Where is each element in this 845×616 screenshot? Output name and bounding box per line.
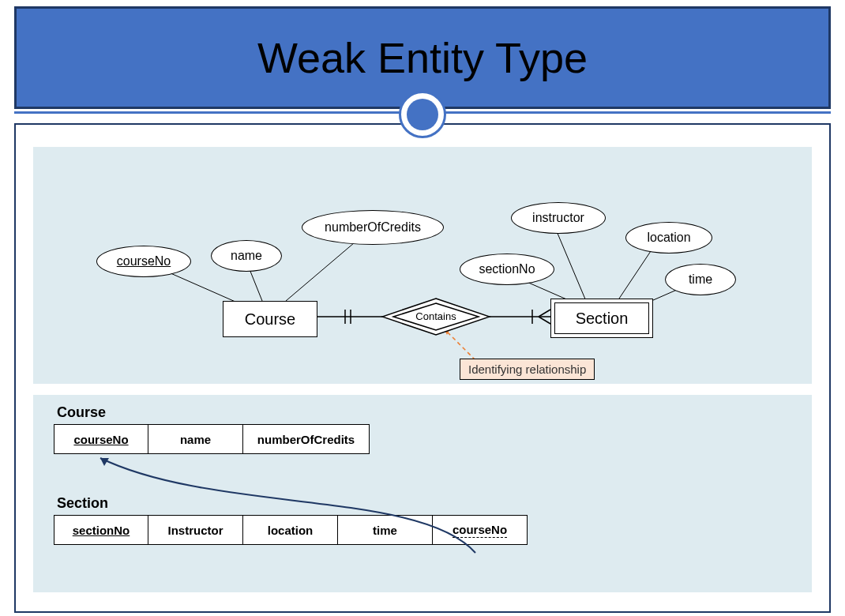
relationship-contains: Contains: [381, 297, 491, 336]
callout-identifying-relationship: Identifying relationship: [460, 359, 595, 380]
schema-cell: sectionNo: [54, 515, 148, 545]
er-panel: Course Contains Section courseNo name nu…: [33, 147, 812, 384]
schema-cell: courseNo: [433, 515, 528, 545]
entity-course: Course: [223, 301, 317, 337]
schema-panel: Course courseNo name numberOfCredits Sec…: [33, 395, 812, 592]
schema-section-title: Section: [57, 495, 799, 512]
page-title: Weak Entity Type: [257, 33, 588, 82]
circle-badge: [399, 91, 446, 138]
attr-numberOfCredits: numberOfCredits: [302, 210, 444, 245]
schema-cell: location: [243, 515, 338, 545]
relationship-label: Contains: [415, 310, 456, 322]
schema-course-title: Course: [57, 404, 799, 421]
svg-line-11: [539, 310, 550, 317]
attr-name: name: [211, 240, 282, 272]
schema-course-row: courseNo name numberOfCredits: [54, 424, 799, 454]
attr-sectionNo: sectionNo: [460, 254, 554, 285]
attr-courseNo: courseNo: [96, 246, 191, 277]
schema-section-row: sectionNo Instructor location time cours…: [54, 515, 799, 545]
content-frame: Course Contains Section courseNo name nu…: [14, 123, 831, 613]
entity-course-label: Course: [245, 310, 295, 329]
svg-line-12: [539, 317, 550, 324]
attr-instructor: instructor: [511, 202, 606, 234]
svg-line-4: [554, 226, 586, 301]
entity-section-label: Section: [576, 310, 629, 328]
schema-cell: name: [148, 424, 243, 454]
attr-time: time: [665, 264, 736, 295]
schema-cell: time: [338, 515, 433, 545]
schema-cell: Instructor: [148, 515, 243, 545]
attr-location: location: [625, 222, 712, 254]
schema-cell: courseNo: [54, 424, 148, 454]
entity-section: Section: [550, 299, 653, 338]
schema-cell: numberOfCredits: [243, 424, 370, 454]
